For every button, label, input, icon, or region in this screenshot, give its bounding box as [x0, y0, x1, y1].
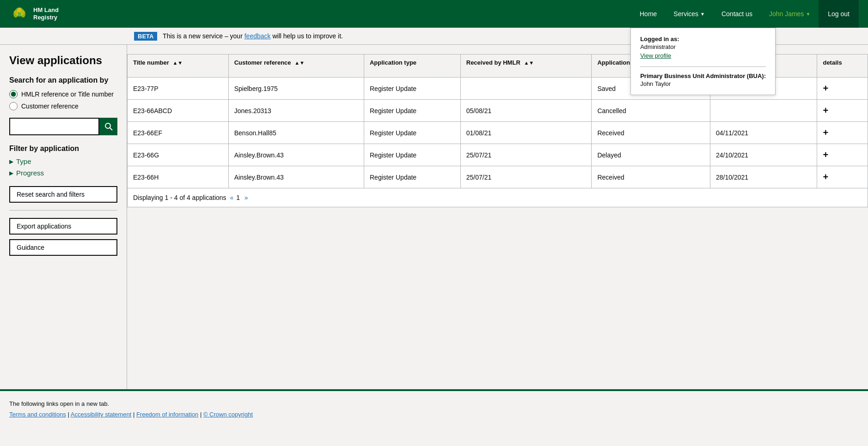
cell-app-type: Register Update: [364, 78, 460, 100]
footer-foi-link[interactable]: Freedom of information: [136, 411, 198, 418]
sidebar: View applications Search for an applicat…: [0, 45, 127, 389]
user-menu-button[interactable]: John James ▼: [761, 0, 819, 28]
table-row: E23-66H Ainsley.Brown.43 Register Update…: [128, 166, 868, 188]
footer-terms-link[interactable]: Terms and conditions: [9, 411, 66, 418]
cell-expand: +: [817, 144, 868, 166]
cell-title-number: E23-66EF: [128, 122, 229, 144]
search-input[interactable]: [9, 118, 99, 135]
cell-customer-ref: Ainsley.Brown.43: [228, 144, 364, 166]
footer-links: Terms and conditions | Accessibility sta…: [9, 411, 859, 418]
sidebar-divider: [9, 210, 117, 211]
cell-received: 25/07/21: [460, 144, 592, 166]
cell-received: 01/08/21: [460, 122, 592, 144]
cell-app-type: Register Update: [364, 122, 460, 144]
bua-title: Primary Business Unit Administrator (BUA…: [640, 72, 766, 79]
pagination-current-page: 1: [236, 194, 242, 201]
cell-received: 05/08/21: [460, 100, 592, 122]
search-radio-group: HMLR reference or Title number Customer …: [9, 90, 117, 110]
beta-text: This is a new service – your: [163, 32, 245, 40]
guidance-button[interactable]: Guidance: [9, 239, 117, 256]
reset-search-button[interactable]: Reset search and filters: [9, 186, 117, 203]
cell-customer-ref: Jones.20313: [228, 100, 364, 122]
radio-hmlr-input[interactable]: [9, 90, 18, 98]
cell-customer-ref: Benson.Hall85: [228, 122, 364, 144]
cell-title-number: E23-66ABCD: [128, 100, 229, 122]
pagination-prev[interactable]: «: [230, 194, 233, 201]
logged-in-label: Logged in as:: [640, 36, 766, 42]
nav-home[interactable]: Home: [631, 0, 665, 28]
dropdown-divider: [640, 66, 766, 67]
expand-row-button[interactable]: +: [823, 127, 828, 138]
pagination-next[interactable]: »: [245, 194, 248, 201]
filter-heading: Filter by application: [9, 145, 117, 153]
cell-expand: +: [817, 166, 868, 188]
feedback-link[interactable]: feedback: [245, 32, 271, 40]
expand-row-button[interactable]: +: [823, 105, 828, 116]
svg-point-7: [105, 123, 110, 128]
col-customer-reference: Customer reference ▲▼: [228, 54, 364, 78]
expand-row-button[interactable]: +: [823, 83, 828, 94]
cell-progress: Delayed: [592, 144, 710, 166]
bua-name: John Taylor: [640, 80, 766, 87]
svg-point-6: [22, 11, 24, 13]
cell-title-number: E23-66G: [128, 144, 229, 166]
table-row: E23-66G Ainsley.Brown.43 Register Update…: [128, 144, 868, 166]
progress-arrow-icon: ▶: [9, 170, 13, 176]
logo: HM Land Registry: [9, 4, 59, 24]
footer-note: The following links open in a new tab.: [9, 400, 859, 407]
cell-title-number: E23-66H: [128, 166, 229, 188]
filter-progress[interactable]: ▶ Progress: [9, 169, 117, 177]
beta-tag: BETA: [134, 32, 157, 41]
cell-est-complete: [710, 100, 817, 122]
admin-label: Administrator: [640, 43, 766, 50]
filter-section: Filter by application ▶ Type ▶ Progress: [9, 145, 117, 177]
col-details: details: [817, 54, 868, 78]
col-application-type: Application type: [364, 54, 460, 78]
filter-type[interactable]: ▶ Type: [9, 157, 117, 165]
footer-accessibility-link[interactable]: Accessibility statement: [71, 411, 132, 418]
col-received-by-hmlr: Received by HMLR ▲▼: [460, 54, 592, 78]
view-profile-link[interactable]: View profile: [640, 52, 766, 59]
svg-point-4: [17, 8, 22, 12]
logo-text: HM Land Registry: [33, 6, 59, 21]
radio-customer-input[interactable]: [9, 102, 18, 110]
search-icon: [104, 122, 113, 131]
main-nav: Home Services ▼ Contact us John James ▼ …: [631, 0, 859, 28]
radio-hmlr[interactable]: HMLR reference or Title number: [9, 90, 117, 98]
cell-received: 25/07/21: [460, 166, 592, 188]
cell-progress: Cancelled: [592, 100, 710, 122]
expand-row-button[interactable]: +: [823, 172, 828, 182]
cell-progress: Received: [592, 122, 710, 144]
cell-customer-ref: Spielberg.1975: [228, 78, 364, 100]
svg-line-8: [110, 128, 112, 131]
title-number-sort[interactable]: ▲▼: [172, 60, 183, 66]
pagination-row: Displaying 1 - 4 of 4 applications « 1 »: [128, 188, 868, 207]
hmlr-logo-icon: [9, 4, 30, 24]
svg-point-5: [14, 11, 17, 13]
pagination-display: Displaying 1 - 4 of 4 applications: [133, 194, 226, 201]
nav-contact-us[interactable]: Contact us: [713, 0, 761, 28]
user-chevron-icon: ▼: [806, 12, 810, 17]
search-button[interactable]: [99, 118, 117, 135]
nav-services[interactable]: Services ▼: [665, 0, 713, 28]
footer-crown-copyright-link[interactable]: © Crown copyright: [203, 411, 253, 418]
received-sort[interactable]: ▲▼: [524, 60, 534, 66]
cell-title-number: E23-77P: [128, 78, 229, 100]
export-applications-button[interactable]: Export applications: [9, 218, 117, 235]
customer-ref-sort[interactable]: ▲▼: [294, 60, 305, 66]
search-heading: Search for an application by: [9, 76, 117, 84]
beta-text2: will help us to improve it.: [272, 32, 343, 40]
cell-expand: +: [817, 122, 868, 144]
table-row: E23-66EF Benson.Hall85 Register Update 0…: [128, 122, 868, 144]
radio-customer[interactable]: Customer reference: [9, 102, 117, 110]
footer: The following links open in a new tab. T…: [0, 389, 868, 422]
cell-est-complete: 24/10/2021: [710, 144, 817, 166]
cell-app-type: Register Update: [364, 144, 460, 166]
cell-progress: Received: [592, 166, 710, 188]
logout-button[interactable]: Log out: [819, 0, 859, 28]
expand-row-button[interactable]: +: [823, 150, 828, 160]
page-title: View applications: [9, 54, 117, 67]
services-chevron-icon: ▼: [700, 12, 705, 17]
filter-type-label: Type: [16, 157, 31, 165]
type-arrow-icon: ▶: [9, 158, 13, 165]
